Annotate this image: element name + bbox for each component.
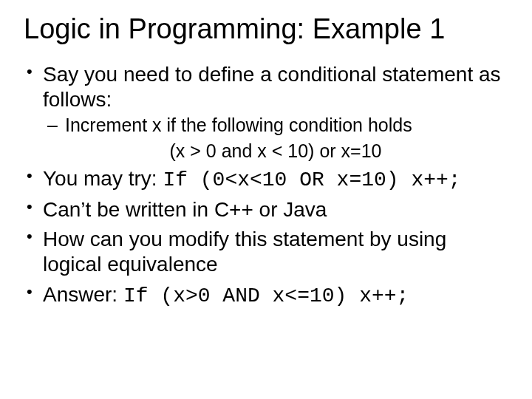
bullet-answer-label: Answer:	[43, 283, 123, 306]
bullet-intro-text: Say you need to define a conditional sta…	[43, 63, 501, 111]
slide: Logic in Programming: Example 1 Say you …	[0, 0, 532, 399]
condition-expression: (x > 0 and x < 10) or x=10	[43, 140, 508, 163]
sub-list: Increment x if the following condition h…	[43, 114, 508, 137]
bullet-list: Say you need to define a conditional sta…	[24, 62, 508, 309]
bullet-try-label: You may try:	[43, 167, 163, 190]
sub-bullet-condition: Increment x if the following condition h…	[43, 114, 508, 137]
bullet-cant: Can’t be written in C++ or Java	[24, 197, 508, 222]
bullet-modify: How can you modify this statement by usi…	[24, 227, 508, 277]
slide-title: Logic in Programming: Example 1	[24, 13, 508, 46]
bullet-intro: Say you need to define a conditional sta…	[24, 62, 508, 162]
bullet-try-code: If (0<x<10 OR x=10) x++;	[163, 168, 460, 191]
bullet-try: You may try: If (0<x<10 OR x=10) x++;	[24, 166, 508, 193]
bullet-answer: Answer: If (x>0 AND x<=10) x++;	[24, 282, 508, 309]
bullet-answer-code: If (x>0 AND x<=10) x++;	[123, 284, 409, 307]
